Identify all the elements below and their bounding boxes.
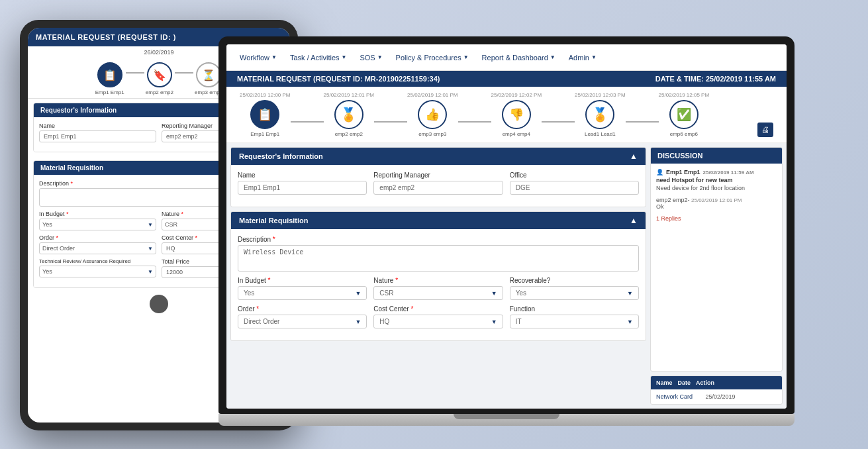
mat-row-3: Order * Direct Order ▼ [238,305,639,328]
tech-review-select[interactable]: Yes ▼ [39,266,156,277]
laptop-content: MATERIAL REQUEST (REQUEST ID: MR-2019022… [226,71,787,409]
nav-task-activities[interactable]: Task / Activities ▼ [290,54,347,62]
nav-report[interactable]: Report & Dashboard ▼ [482,54,555,62]
tl-ts-4: 25/02/2019 12:02 PM [491,92,542,98]
lp-rm-group: Reporting Manager emp2 emp2 [373,172,503,195]
disc-text-2: Ok [656,203,777,210]
tl-line-3 [458,121,491,123]
name-group: Name Emp1 Emp1 [39,123,156,142]
disc-replies[interactable]: 1 Replies [656,215,777,222]
tl-ts-6: 25/02/2019 12:05 PM [659,92,710,98]
in-budget-label: In Budget * [39,211,156,217]
workflow-label-1: Emp1 Emp1 [95,89,124,95]
disc-msg-1: 👤 Emp1 Emp1 25/02/2019 11:59 AM need Hot… [656,169,777,191]
request-datetime: DATE & TIME: 25/02/2019 11:55 AM [655,75,776,83]
disc-user-2: emp2 emp2- 25/02/2019 12:01 PM [656,197,777,203]
order-label: Order * [39,234,156,241]
lp-recoverable-label: Recoverable? [510,277,639,284]
nature-arrow: ▼ [491,290,497,297]
laptop-screen-frame: Workflow ▼ Task / Activities ▼ SOS ▼ Pol… [218,36,795,414]
tl-icon-3: 👍 [418,100,447,129]
budget-arrow: ▼ [355,290,361,297]
lp-nature-group: Nature * CSR ▼ [373,277,503,300]
tl-line-4 [542,121,575,123]
lp-function-group: Function IT ▼ [510,305,639,328]
lp-rm-label: Reporting Manager [373,172,503,179]
nav-policy[interactable]: Policy & Procedures ▼ [396,54,469,62]
tl-step-6: 25/02/2019 12:05 PM ✅ emp6 emp6 [659,92,710,137]
requestor-chevron[interactable]: ▲ [630,152,638,161]
lp-office-label: Office [510,172,639,179]
nav-report-caret: ▼ [550,54,555,60]
disc-text-1: Need device for 2nd floor location [656,185,777,191]
tl-icon-5: 🏅 [585,100,614,129]
tl-icon-4: 👎 [502,100,531,129]
recoverable-arrow: ▼ [627,290,633,297]
nav-admin-caret: ▼ [591,54,597,60]
mat-desc-row: Description * Wireless Device [238,236,639,272]
material-panel-header: Material Requisition ▲ [231,212,646,229]
nav-policy-caret: ▼ [463,54,469,60]
tl-label-2: emp2 emp2 [335,131,363,137]
material-panel: Material Requisition ▲ Description * [230,211,646,341]
order-select[interactable]: Direct Order ▼ [39,242,156,254]
name-input[interactable]: Emp1 Emp1 [39,130,156,142]
tl-step-5: 25/02/2019 12:03 PM 🏅 Lead1 Lead1 [575,92,626,137]
workflow-line-2 [175,72,193,74]
laptop: Workflow ▼ Task / Activities ▼ SOS ▼ Pol… [218,36,795,434]
material-chevron[interactable]: ▲ [630,216,638,225]
tech-review-label: Technical Review/ Assurance Required [39,258,156,264]
requestor-panel-body: Name Emp1 Emp1 Reporting Manager emp2 em… [231,165,646,207]
nav-sos-caret: ▼ [377,54,383,60]
tl-step-3: 25/02/2019 12:01 PM 👍 emp3 emp3 [407,92,458,137]
tablet-home-button[interactable] [150,295,168,313]
tl-ts-3: 25/02/2019 12:01 PM [407,92,458,98]
lp-budget-label: In Budget * [238,277,367,284]
in-budget-select[interactable]: Yes ▼ [39,219,156,230]
tl-label-4: emp4 emp4 [503,131,530,137]
lp-office-group: Office DGE [510,172,639,195]
lp-recoverable-select[interactable]: Yes ▼ [510,286,639,300]
nav-sos[interactable]: SOS ▼ [360,54,382,62]
workflow-step-2: 🔖 emp2 emp2 [146,62,173,95]
lp-order-select[interactable]: Direct Order ▼ [238,315,367,328]
nav-task-caret: ▼ [342,54,347,60]
lp-order-label: Order * [238,305,367,313]
lp-nature-select[interactable]: CSR ▼ [373,286,503,300]
tech-review-group: Technical Review/ Assurance Required Yes… [39,258,156,278]
request-header: MATERIAL REQUEST (REQUEST ID: MR-2019022… [226,71,787,87]
order-group: Order * Direct Order ▼ [39,234,156,254]
nav-workflow-caret: ▼ [271,54,277,60]
disc-time-2: 25/02/2019 12:01 PM [691,197,742,203]
laptop-base-notch [454,414,559,419]
tl-label-6: emp6 emp6 [670,131,698,137]
tl-step-2: 25/02/2019 12:01 PM 🏅 emp2 emp2 [324,92,375,137]
request-id: MATERIAL REQUEST (REQUEST ID: MR-2019022… [237,75,440,83]
material-panel-body: Description * Wireless Device [231,229,646,340]
lp-cost-select[interactable]: HQ ▼ [373,315,503,328]
attachments-body: Network Card 25/02/2019 [651,389,782,404]
disc-time-1: 25/02/2019 11:59 AM [703,170,754,175]
lp-nature-label: Nature * [373,277,503,284]
workflow-timeline: 25/02/2019 12:00 PM 📋 Emp1 Emp1 25/02/20… [226,87,787,143]
lp-function-select[interactable]: IT ▼ [510,315,639,328]
tl-icon-6: ✅ [669,100,699,129]
nav-admin[interactable]: Admin ▼ [569,54,597,62]
workflow-step-1: 📋 Emp1 Emp1 [95,62,124,95]
user-icon-1: 👤 [656,169,663,175]
requestor-panel: Requestor's Information ▲ Name Emp1 Emp1 [230,147,646,207]
lp-desc-textarea[interactable]: Wireless Device [238,245,639,272]
disc-title-1: need Hotspot for new team [656,177,777,183]
print-button[interactable]: 🖨 [757,123,773,137]
nav-workflow[interactable]: Workflow ▼ [240,54,277,62]
requestor-panel-header: Requestor's Information ▲ [231,148,646,165]
lp-rm-input[interactable]: emp2 emp2 [373,181,503,195]
lp-office-input[interactable]: DGE [510,181,639,195]
att-row-1: Network Card 25/02/2019 [656,392,777,401]
att-name-1[interactable]: Network Card [656,393,700,400]
att-col-action: Action [696,379,714,386]
disc-user-1: 👤 Emp1 Emp1 25/02/2019 11:59 AM [656,169,777,175]
att-action-1[interactable] [755,393,777,400]
lp-name-input[interactable]: Emp1 Emp1 [238,181,367,195]
lp-budget-select[interactable]: Yes ▼ [238,286,367,300]
